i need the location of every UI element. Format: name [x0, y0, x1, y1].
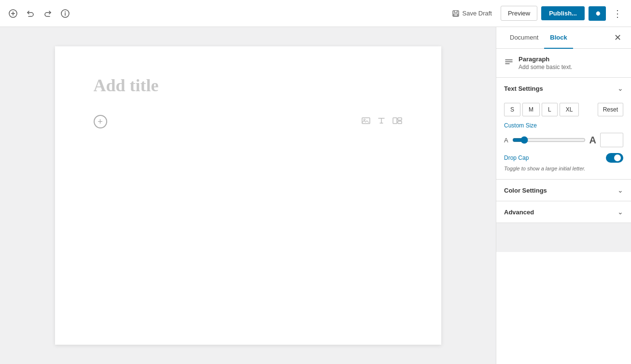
info-button[interactable]	[58, 6, 72, 21]
drop-cap-description: Toggle to show a large initial letter.	[504, 166, 623, 171]
size-buttons-group: S M L XL	[504, 103, 594, 116]
size-small-button[interactable]: S	[504, 103, 520, 116]
toolbar-right: Save Draft Preview Publish... ⋮	[447, 5, 625, 22]
block-info-title: Paragraph	[519, 56, 572, 63]
add-block-button[interactable]	[6, 6, 20, 21]
undo-button[interactable]	[23, 6, 38, 21]
advanced-header[interactable]: Advanced ⌄	[496, 201, 631, 223]
typography-icon[interactable]	[377, 116, 386, 128]
sidebar: Document Block ✕ Par	[496, 27, 631, 364]
svg-rect-9	[393, 118, 397, 124]
editor-canvas[interactable]: Add title +	[0, 27, 496, 364]
main-area: Add title +	[0, 27, 631, 364]
redo-button[interactable]	[41, 6, 55, 21]
advanced-chevron-icon: ⌄	[617, 208, 623, 216]
gallery-icon[interactable]	[392, 116, 403, 128]
save-draft-label: Save Draft	[463, 10, 492, 17]
sidebar-gray-area	[496, 223, 631, 252]
text-settings-section: Text Settings ⌄ S M L XL Reset	[496, 78, 631, 180]
sidebar-content: Paragraph Add some basic text. Text Sett…	[496, 49, 631, 364]
text-settings-body: S M L XL Reset Custom Size A	[496, 99, 631, 179]
sidebar-close-button[interactable]: ✕	[612, 30, 623, 45]
font-size-slider[interactable]	[512, 136, 586, 144]
block-info-description: Add some basic text.	[519, 64, 572, 70]
block-toolbar	[361, 116, 403, 128]
color-settings-header[interactable]: Color Settings ⌄	[496, 180, 631, 201]
size-medium-button[interactable]: M	[522, 103, 540, 116]
preview-button[interactable]: Preview	[501, 6, 537, 21]
drop-cap-label: Drop Cap	[504, 154, 529, 161]
svg-rect-10	[398, 118, 402, 120]
color-settings-chevron-icon: ⌄	[617, 186, 623, 194]
color-settings-section: Color Settings ⌄	[496, 180, 631, 201]
publish-button[interactable]: Publish...	[541, 6, 585, 20]
size-large-button[interactable]: L	[542, 103, 558, 116]
custom-size-label: Custom Size	[504, 122, 623, 129]
toolbar: Save Draft Preview Publish... ⋮	[0, 0, 631, 27]
drop-cap-row: Drop Cap	[504, 153, 623, 163]
save-draft-button[interactable]: Save Draft	[447, 7, 497, 20]
slider-max-label: A	[589, 135, 596, 146]
tab-block[interactable]: Block	[544, 27, 573, 49]
image-icon[interactable]	[361, 116, 371, 128]
block-info: Paragraph Add some basic text.	[496, 49, 631, 78]
toolbar-left	[6, 6, 72, 21]
block-row: +	[94, 115, 403, 128]
font-size-slider-row: A A	[504, 133, 623, 147]
text-settings-chevron-icon: ⌄	[617, 84, 623, 92]
sidebar-tabs: Document Block ✕	[496, 27, 631, 49]
reset-size-button[interactable]: Reset	[598, 103, 623, 116]
tab-document[interactable]: Document	[504, 27, 544, 49]
paragraph-icon	[504, 57, 514, 69]
editor-document: Add title +	[55, 46, 441, 345]
settings-button[interactable]	[589, 6, 606, 21]
svg-point-8	[364, 119, 365, 120]
more-options-button[interactable]: ⋮	[610, 5, 625, 22]
slider-min-label: A	[504, 137, 508, 144]
text-settings-header[interactable]: Text Settings ⌄	[496, 78, 631, 99]
svg-point-5	[65, 11, 66, 12]
add-title-placeholder[interactable]: Add title	[94, 75, 403, 96]
drop-cap-toggle[interactable]	[606, 153, 623, 163]
size-xlarge-button[interactable]: XL	[560, 103, 579, 116]
size-buttons-row: S M L XL Reset	[504, 103, 623, 116]
advanced-section: Advanced ⌄	[496, 201, 631, 223]
svg-rect-6	[454, 14, 458, 16]
svg-rect-11	[398, 121, 402, 124]
font-size-input[interactable]	[600, 133, 623, 147]
inline-add-block-button[interactable]: +	[94, 115, 107, 128]
